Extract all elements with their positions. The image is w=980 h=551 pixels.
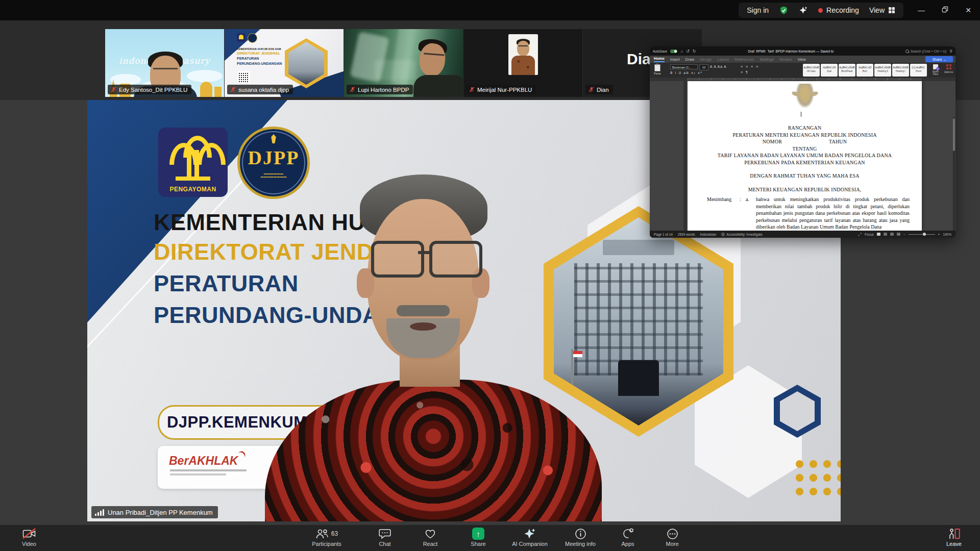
style-ayat[interactable]: AaBbCcDAyat bbox=[821, 64, 838, 77]
style-butir[interactable]: AaBbCcDButir bbox=[856, 64, 873, 77]
font-size-buttons[interactable]: A A Aa A bbox=[710, 65, 727, 68]
view-grid-icon bbox=[888, 7, 895, 14]
draft-view-icon[interactable] bbox=[897, 233, 900, 236]
speaker-name-tag: Unan Pribadi_Ditjen PP Kemenkum bbox=[91, 506, 218, 518]
video-tile-susana[interactable]: KEMENTERIAN HUKUM DAN HAM DIREKTORAT JEN… bbox=[225, 29, 344, 97]
window-controls: — ✕ bbox=[910, 0, 980, 20]
video-tile-lupi[interactable]: Lupi Hartono BPDP bbox=[344, 29, 463, 97]
participant-avatar bbox=[508, 34, 538, 75]
video-tile-meirijal[interactable]: Meirijal Nur-PPKBLU bbox=[463, 29, 582, 97]
participant-name-tag: Meirijal Nur-PPKBLU bbox=[466, 85, 536, 94]
undo-icon[interactable]: ↺ bbox=[686, 49, 690, 54]
participant-name-tag: Lupi Hartono BPDP bbox=[347, 85, 413, 94]
security-shield-icon[interactable] bbox=[779, 6, 789, 15]
language-indicator[interactable]: Indonesian bbox=[700, 233, 716, 236]
tab-references[interactable]: References bbox=[734, 57, 754, 62]
apps-icon bbox=[622, 528, 634, 540]
tab-insert[interactable]: Insert bbox=[670, 57, 680, 62]
document-title: Draf_RPMK_Tarif_BPDP-Harmon Kemenkum — S… bbox=[748, 49, 835, 53]
vertical-ruler bbox=[683, 81, 687, 231]
tab-layout[interactable]: Layout bbox=[717, 57, 729, 62]
word-ribbon: Paste Bookman O... 12 A A Aa A B I U ab … bbox=[650, 63, 955, 78]
video-tile-edy[interactable]: indonesia treasury Edy Santoso_Dit PPKBL… bbox=[105, 29, 224, 97]
addins-button[interactable]: Add-ins bbox=[943, 64, 954, 73]
recording-indicator: Recording bbox=[818, 6, 859, 14]
accessibility-status[interactable]: Accessibility: Investigate bbox=[721, 233, 762, 236]
tab-mailings[interactable]: Mailings bbox=[760, 57, 774, 62]
participants-button[interactable]: 63 Participants bbox=[301, 527, 352, 547]
apps-button[interactable]: Apps bbox=[602, 527, 653, 547]
tab-review[interactable]: Review bbox=[779, 57, 792, 62]
style-huruf[interactable]: (1) AaBbCHuruf bbox=[910, 64, 927, 77]
outline-view-icon[interactable] bbox=[890, 233, 894, 236]
menimbang-paragraph: Menimbang : a. bahwa untuk meningkatkan … bbox=[707, 196, 910, 231]
search-icon bbox=[905, 49, 909, 53]
more-button[interactable]: More bbox=[647, 527, 698, 547]
zoom-level[interactable]: 190% bbox=[943, 233, 951, 236]
print-layout-icon[interactable] bbox=[877, 233, 880, 236]
participant-name-tag: susana oktafia djpp bbox=[227, 85, 293, 94]
style-blockpasal[interactable]: AaBbCcDdEBlockPasal bbox=[839, 64, 855, 77]
meeting-info-button[interactable]: Meeting info bbox=[555, 527, 606, 547]
style-all-caps[interactable]: AaBbCcDdEAll Caps bbox=[803, 64, 820, 77]
presence-icon: ⚲ bbox=[949, 49, 952, 54]
word-count[interactable]: 2599 words bbox=[678, 233, 695, 236]
chat-button[interactable]: Chat bbox=[359, 527, 410, 547]
word-share-button[interactable]: Share⌄ bbox=[925, 56, 953, 62]
ai-companion-button[interactable]: AI Companion bbox=[504, 527, 555, 547]
ribbon-tabs: Home Insert Draw Design Layout Reference… bbox=[650, 56, 955, 63]
search-box[interactable]: Search (Cmd + Ctrl + U) bbox=[905, 49, 946, 53]
chat-icon bbox=[379, 528, 391, 539]
font-style-buttons[interactable]: B I U ab x₂ x² bbox=[670, 71, 702, 75]
zoom-titlebar: Sign in Recording View — ✕ bbox=[0, 0, 980, 20]
participants-icon bbox=[315, 528, 329, 539]
styles-pane-button[interactable]: Styles Pane bbox=[930, 64, 941, 76]
zoom-slider[interactable] bbox=[909, 234, 935, 235]
muted-mic-icon bbox=[589, 87, 594, 92]
tab-draw[interactable]: Draw bbox=[685, 57, 695, 62]
autosave-toggle[interactable] bbox=[670, 49, 677, 53]
minimize-button[interactable]: — bbox=[910, 6, 933, 14]
focus-button[interactable]: Focus bbox=[865, 233, 874, 236]
ai-companion-icon bbox=[524, 528, 536, 540]
sign-in-button[interactable]: Sign in bbox=[747, 6, 769, 14]
view-menu[interactable]: View bbox=[869, 6, 895, 14]
paragraph-mark-icons[interactable]: ≡ ¶ bbox=[741, 70, 749, 74]
zoom-out-button[interactable]: − bbox=[903, 233, 905, 236]
muted-mic-icon bbox=[111, 87, 116, 92]
style-heading1[interactable]: AaBbCcDdEHeading I bbox=[892, 64, 909, 77]
video-button[interactable]: Video bbox=[4, 527, 55, 547]
recording-label: Recording bbox=[826, 6, 859, 14]
close-button[interactable]: ✕ bbox=[957, 6, 980, 14]
autosave-label: AutoSave bbox=[653, 49, 667, 53]
backdrop-line-3: PERATURAN bbox=[154, 270, 299, 297]
style-heading6[interactable]: AaBbCcDdEHeading 6 bbox=[874, 64, 891, 77]
text-cursor bbox=[801, 112, 801, 117]
pengayoman-logo-icon bbox=[237, 33, 246, 42]
tab-home[interactable]: Home bbox=[654, 56, 665, 62]
react-button[interactable]: React bbox=[405, 527, 456, 547]
web-layout-icon[interactable] bbox=[884, 233, 887, 236]
share-screen-button[interactable]: ↑ Share bbox=[453, 527, 504, 547]
muted-mic-icon bbox=[469, 87, 475, 92]
document-page[interactable]: RANCANGAN PERATURAN MENTERI KEUANGAN REP… bbox=[688, 81, 922, 231]
document-scrollbar[interactable] bbox=[953, 117, 955, 238]
tab-view[interactable]: View bbox=[797, 57, 805, 62]
ai-sparkle-icon[interactable] bbox=[799, 6, 808, 15]
page-count[interactable]: Page 1 of 14 bbox=[654, 233, 673, 236]
leave-button[interactable]: Leave bbox=[928, 527, 979, 547]
font-name-select[interactable]: Bookman O... bbox=[670, 64, 698, 69]
participant-name-tag: Dian bbox=[585, 85, 613, 94]
share-icon: ↑ bbox=[472, 528, 484, 540]
info-icon bbox=[575, 528, 586, 540]
zoom-in-button[interactable]: + bbox=[938, 233, 940, 236]
tab-design[interactable]: Design bbox=[700, 57, 712, 62]
muted-mic-icon bbox=[230, 87, 236, 92]
restore-button[interactable] bbox=[933, 6, 957, 14]
redo-icon[interactable]: ↻ bbox=[693, 49, 696, 54]
font-size-select[interactable]: 12 bbox=[699, 64, 708, 70]
styles-pane-icon bbox=[933, 64, 938, 69]
home-icon[interactable]: ⌂ bbox=[680, 49, 683, 54]
paragraph-align-icons[interactable]: ≡ ≡ ≡ ≡ bbox=[741, 65, 759, 68]
paste-button[interactable]: Paste bbox=[652, 64, 663, 77]
